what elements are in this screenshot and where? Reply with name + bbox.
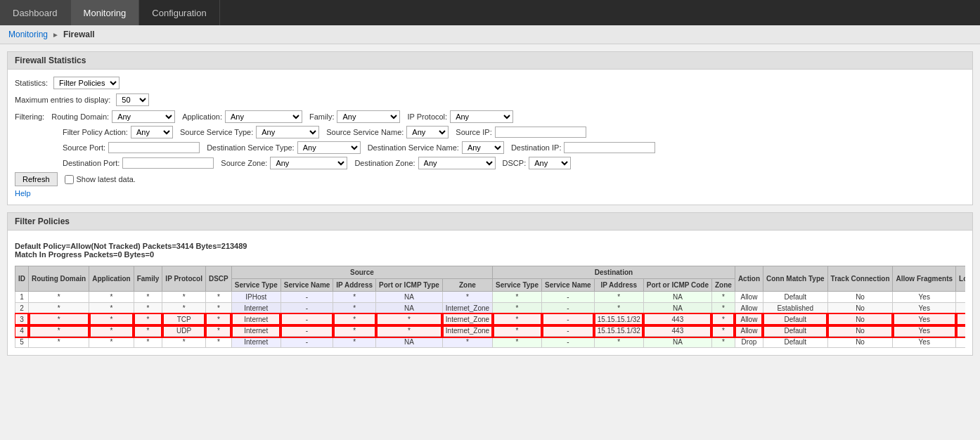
table-cell: * <box>205 325 231 337</box>
table-cell: * <box>333 303 376 314</box>
th-allow-fragments: Allow Fragments <box>893 266 956 292</box>
dst-port-input[interactable] <box>122 157 214 169</box>
family-select[interactable]: Any <box>337 110 400 123</box>
th-ip-protocol: IP Protocol <box>162 266 206 292</box>
show-latest-checkbox[interactable] <box>65 175 74 184</box>
table-cell: * <box>376 325 443 337</box>
dst-ip-input[interactable] <box>564 142 655 153</box>
breadcrumb-separator: ► <box>52 31 59 39</box>
table-cell: - <box>281 292 333 303</box>
dscp-group: DSCP: Any <box>503 157 572 169</box>
table-cell: * <box>29 337 89 348</box>
table-cell: * <box>162 337 206 348</box>
tab-monitoring[interactable]: Monitoring <box>71 0 140 25</box>
statistics-row: Statistics: Filter Policies NAT All <box>15 77 965 89</box>
statistics-select[interactable]: Filter Policies NAT All <box>53 77 120 89</box>
max-entries-select[interactable]: 10 25 50 100 <box>116 93 149 106</box>
ip-protocol-select[interactable]: Any <box>450 110 513 123</box>
table-cell: * <box>134 303 162 314</box>
table-cell: NA <box>376 292 443 303</box>
family-group: Family: Any <box>309 110 400 123</box>
table-cell: * <box>493 303 542 314</box>
table-cell: 1 <box>15 292 29 303</box>
table-cell: * <box>89 314 134 325</box>
table-cell: Established <box>763 303 827 314</box>
dscp-select[interactable]: Any <box>529 157 571 169</box>
table-row: 4***UDP*Internet-**Internet_Zone*-15.15.… <box>15 325 966 337</box>
ip-protocol-group: IP Protocol: Any <box>407 110 513 123</box>
table-row: 2*****Internet-*NAInternet_Zone*-*NA*All… <box>15 303 966 314</box>
src-service-name-select[interactable]: Any <box>406 126 449 138</box>
filter-policy-action-select[interactable]: Any <box>131 126 173 138</box>
statistics-label: Statistics: <box>15 79 48 87</box>
table-cell: No <box>827 325 893 337</box>
family-label: Family: <box>309 112 334 121</box>
table-cell: Yes <box>893 325 956 337</box>
filter-policy-action-group: Filter Policy Action: Any <box>63 126 173 138</box>
dst-ip-label: Destination IP: <box>511 143 562 152</box>
table-cell: * <box>333 314 376 325</box>
table-cell: * <box>29 303 89 314</box>
table-cell: - <box>542 325 595 337</box>
application-select[interactable]: Any <box>225 110 302 123</box>
src-port-input[interactable] <box>108 142 200 153</box>
tab-configuration[interactable]: Configuration <box>139 0 219 25</box>
dst-service-name-label: Destination Service Name: <box>368 143 459 152</box>
help-link[interactable]: Help <box>15 189 31 198</box>
src-service-type-select[interactable]: Any <box>256 126 319 138</box>
dest-port-row: Destination Port: Source Zone: Any Desti… <box>63 157 965 169</box>
table-cell: * <box>333 337 376 348</box>
application-label: Application: <box>182 112 222 121</box>
table-cell: - <box>281 314 333 325</box>
routing-domain-group: Routing Domain: Any <box>51 110 175 123</box>
table-cell: * <box>162 292 206 303</box>
table-cell: TCP <box>162 314 206 325</box>
refresh-button[interactable]: Refresh <box>15 172 58 186</box>
dst-port-group: Destination Port: <box>63 157 214 169</box>
table-cell: * <box>711 337 735 348</box>
breadcrumb-parent[interactable]: Monitoring <box>8 30 48 39</box>
src-ip-group: Source IP: <box>456 127 586 138</box>
th-dscp: DSCP <box>205 266 231 292</box>
table-cell: Internet <box>231 337 281 348</box>
dst-service-name-select[interactable]: Any <box>462 141 504 154</box>
src-ip-label: Source IP: <box>456 128 491 136</box>
dst-zone-label: Destination Zone: <box>354 159 415 167</box>
table-cell: Internet_Zone <box>442 314 492 325</box>
table-cell: * <box>134 325 162 337</box>
dst-service-type-select[interactable]: Any <box>297 141 361 154</box>
table-cell: * <box>442 292 492 303</box>
dst-zone-select[interactable]: Any <box>418 157 496 169</box>
top-navigation: Dashboard Monitoring Configuration <box>0 0 980 25</box>
table-cell: 443 <box>643 325 711 337</box>
dst-service-type-group: Destination Service Type: Any <box>207 141 361 154</box>
th-conn-match-type: Conn Match Type <box>763 266 827 292</box>
src-ip-input[interactable] <box>495 127 586 138</box>
th-src-zone: Zone <box>442 279 492 292</box>
src-service-name-label: Source Service Name: <box>326 128 404 136</box>
firewall-statistics-title: Firewall Statistics <box>8 52 972 70</box>
default-policy-line1: Default Policy=Allow(Not Tracked) Packet… <box>15 242 965 250</box>
tab-dashboard[interactable]: Dashboard <box>0 0 71 25</box>
routing-domain-select[interactable]: Any <box>112 110 175 123</box>
table-cell: Default <box>763 325 827 337</box>
table-cell: * <box>493 325 542 337</box>
th-routing-domain: Routing Domain <box>29 266 89 292</box>
table-cell: * <box>594 292 643 303</box>
src-zone-select[interactable]: Any <box>270 157 347 169</box>
table-cell: * <box>711 292 735 303</box>
dst-service-name-group: Destination Service Name: Any <box>368 141 504 154</box>
table-cell: No <box>827 303 893 314</box>
table-cell: No <box>956 325 965 337</box>
filtering-label-row: Filtering: Routing Domain: Any Applicati… <box>15 110 965 123</box>
table-cell: Default <box>763 337 827 348</box>
table-cell: NA <box>643 292 711 303</box>
table-cell: * <box>493 337 542 348</box>
table-cell: * <box>711 314 735 325</box>
table-cell: NA <box>643 337 711 348</box>
table-row: 1*****IPHost-*NA**-*NA*AllowDefaultNoYes… <box>15 292 966 303</box>
table-cell: No <box>827 314 893 325</box>
show-latest-label[interactable]: Show latest data. <box>65 175 136 184</box>
table-cell: * <box>162 303 206 314</box>
table-cell: Default <box>763 292 827 303</box>
